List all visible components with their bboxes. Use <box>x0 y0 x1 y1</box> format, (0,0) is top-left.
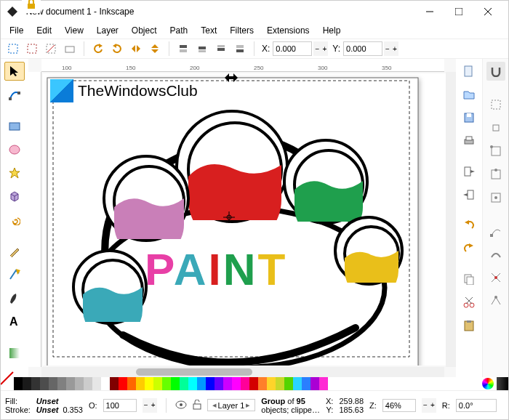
node-tool[interactable] <box>4 85 25 104</box>
palette-swatch[interactable] <box>206 377 215 390</box>
palette-swatch[interactable] <box>276 377 284 390</box>
palette-swatch[interactable] <box>171 377 180 390</box>
toggle-bbox-icon[interactable] <box>62 41 78 57</box>
snap-bbox-icon[interactable] <box>486 95 505 114</box>
stroke-width[interactable]: 0.353 <box>63 405 83 414</box>
palette-swatch[interactable] <box>92 377 101 390</box>
x-dec[interactable]: − <box>313 41 321 56</box>
canvas[interactable]: TheWindowsClub PAINT <box>43 73 446 366</box>
snap-intersect-icon[interactable] <box>486 268 505 287</box>
no-fill-swatch[interactable] <box>1 377 14 390</box>
palette-swatch[interactable] <box>215 377 223 390</box>
y-inc[interactable]: + <box>391 41 398 56</box>
menu-path[interactable]: Path <box>164 24 194 37</box>
x-inc[interactable]: + <box>321 41 328 56</box>
palette-swatch[interactable] <box>162 377 171 390</box>
raise-icon[interactable] <box>194 41 210 57</box>
palette-swatch[interactable] <box>153 377 162 390</box>
menu-view[interactable]: View <box>59 24 89 37</box>
palette-swatch[interactable] <box>127 377 136 390</box>
lock-layer-icon[interactable] <box>193 400 201 411</box>
palette-swatch[interactable] <box>180 377 188 390</box>
lower-bottom-icon[interactable] <box>232 41 248 57</box>
palette-swatch[interactable] <box>40 377 49 390</box>
export-icon[interactable] <box>460 185 478 204</box>
menu-filters[interactable]: Filters <box>224 24 260 37</box>
stroke-value[interactable]: Unset <box>36 405 59 414</box>
calligraphy-tool[interactable] <box>4 288 25 307</box>
zoom-input[interactable] <box>382 399 416 412</box>
flip-h-icon[interactable] <box>128 41 144 57</box>
palette-swatch[interactable] <box>23 377 31 390</box>
minimize-button[interactable] <box>415 1 444 23</box>
y-dec[interactable]: − <box>384 41 391 56</box>
vertical-ruler[interactable] <box>28 72 41 367</box>
palette-swatch[interactable] <box>66 377 75 390</box>
palette-swatch[interactable] <box>101 377 110 390</box>
gradient-tool[interactable] <box>4 344 25 363</box>
cut-icon[interactable] <box>460 293 478 312</box>
save-icon[interactable] <box>460 108 478 127</box>
menu-file[interactable]: File <box>4 24 29 37</box>
palette-swatch[interactable] <box>241 377 249 390</box>
print-icon[interactable] <box>460 132 478 150</box>
palette-swatch[interactable] <box>232 377 241 390</box>
palette-swatch[interactable] <box>119 377 127 390</box>
color-wheel-icon[interactable] <box>482 378 494 389</box>
palette-swatch[interactable] <box>197 377 206 390</box>
menu-text[interactable]: Text <box>195 24 223 37</box>
flip-v-icon[interactable] <box>147 41 163 57</box>
select-all-icon[interactable] <box>5 41 21 57</box>
circle-tool[interactable] <box>4 140 25 159</box>
fill-value[interactable]: Unset <box>36 397 59 405</box>
menu-edit[interactable]: Edit <box>31 24 57 37</box>
palette-swatch[interactable] <box>14 377 23 390</box>
resize-handle-top[interactable] <box>225 73 238 82</box>
y-input[interactable] <box>343 41 382 56</box>
menu-help[interactable]: Help <box>317 24 347 37</box>
palette-swatch[interactable] <box>258 377 267 390</box>
palette-swatch[interactable] <box>136 377 145 390</box>
palette-swatch[interactable] <box>84 377 92 390</box>
open-icon[interactable] <box>460 85 478 104</box>
palette-swatch[interactable] <box>57 377 66 390</box>
palette-swatch[interactable] <box>223 377 232 390</box>
snap-cusp-icon[interactable] <box>486 291 505 310</box>
snap-path-icon[interactable] <box>486 245 505 264</box>
select-layers-icon[interactable] <box>24 41 40 57</box>
palette-swatch[interactable] <box>110 377 119 390</box>
palette-swatch[interactable] <box>267 377 276 390</box>
snap-toggle-icon[interactable] <box>486 62 505 81</box>
spiral-tool[interactable] <box>4 210 25 229</box>
palette-swatch[interactable] <box>145 377 153 390</box>
palette-swatch[interactable] <box>284 377 293 390</box>
palette-swatch[interactable] <box>302 377 310 390</box>
pencil-tool[interactable] <box>4 242 25 261</box>
opacity-input[interactable] <box>103 399 137 412</box>
palette-swatch[interactable] <box>31 377 40 390</box>
menu-layer[interactable]: Layer <box>91 24 124 37</box>
layer-selector[interactable]: ◂ Layer 1 ▸ <box>207 399 256 411</box>
palette-swatch[interactable] <box>310 377 319 390</box>
maximize-button[interactable] <box>444 1 473 23</box>
x-input[interactable] <box>273 41 312 56</box>
palette-menu-icon[interactable] <box>497 377 508 390</box>
snap-node-icon[interactable] <box>486 222 505 241</box>
snap-center-icon[interactable] <box>486 188 505 207</box>
menu-object[interactable]: Object <box>126 24 163 37</box>
snap-corner-icon[interactable] <box>486 142 505 161</box>
star-tool[interactable] <box>4 163 25 182</box>
snap-midpoint-icon[interactable] <box>486 165 505 184</box>
snap-edge-icon[interactable] <box>486 118 505 137</box>
visibility-icon[interactable] <box>175 400 187 411</box>
rotate-ccw-icon[interactable] <box>90 41 106 57</box>
box3d-tool[interactable] <box>4 187 25 206</box>
raise-top-icon[interactable] <box>175 41 191 57</box>
copy-icon[interactable] <box>460 270 478 288</box>
horizontal-ruler[interactable]: 100 150 200 250 300 350 <box>41 59 444 72</box>
palette-swatch[interactable] <box>293 377 302 390</box>
import-icon[interactable] <box>460 162 478 181</box>
deselect-icon[interactable] <box>43 41 59 57</box>
lock-icon[interactable] <box>22 0 41 13</box>
selector-tool[interactable] <box>4 62 25 81</box>
